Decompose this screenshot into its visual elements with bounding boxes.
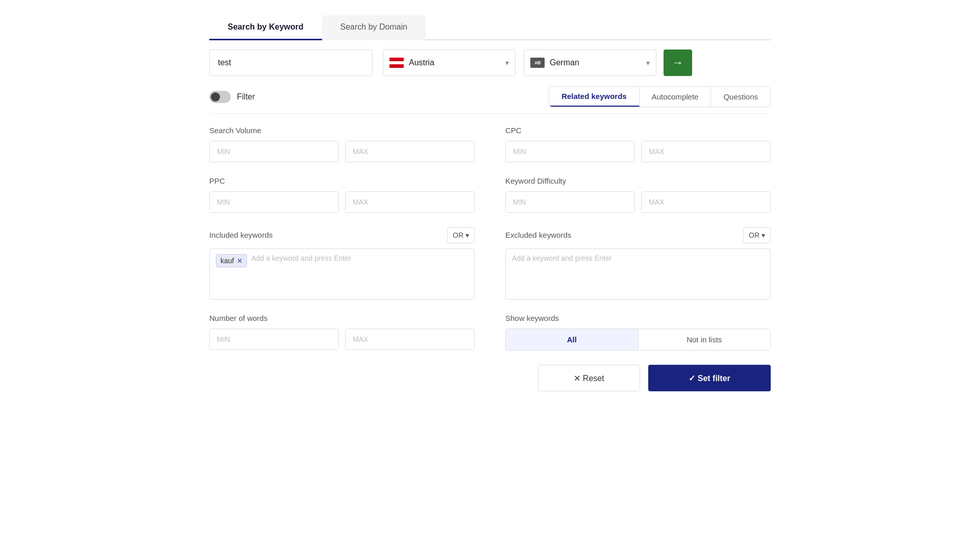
included-tag-close-icon[interactable]: ✕ xyxy=(237,257,242,265)
included-operator-arrow-icon: ▾ xyxy=(465,231,469,239)
excluded-keywords-section: Excluded keywords OR ▾ Add a keyword and… xyxy=(505,227,771,299)
excluded-keywords-operator[interactable]: OR ▾ xyxy=(743,227,771,243)
included-keyword-tag: kauf ✕ xyxy=(216,254,247,267)
language-name-label: German xyxy=(550,58,646,67)
language-dropdown-arrow-icon: ▾ xyxy=(646,59,650,67)
number-of-words-inputs xyxy=(209,329,475,350)
included-keywords-title: Included keywords xyxy=(209,231,273,239)
search-bar: Austria ▾ AB German ▾ → xyxy=(209,49,771,76)
search-volume-inputs xyxy=(209,141,475,162)
show-keywords-all-button[interactable]: All xyxy=(506,329,639,350)
keyword-difficulty-max-input[interactable] xyxy=(641,191,771,213)
included-keywords-input-area[interactable]: kauf ✕ Add a keyword and press Enter xyxy=(209,248,475,299)
country-name-label: Austria xyxy=(409,58,505,67)
filter-label: Filter xyxy=(237,92,255,102)
show-keywords-title: Show keywords xyxy=(505,314,771,322)
ppc-inputs xyxy=(209,191,475,213)
filter-row: Filter Related keywords Autocomplete Que… xyxy=(209,86,771,114)
go-button[interactable]: → xyxy=(664,49,692,76)
filter-grid: Search Volume CPC PPC Keyword Difficul xyxy=(209,126,771,350)
tab-autocomplete[interactable]: Autocomplete xyxy=(640,87,712,107)
keyword-input[interactable] xyxy=(209,49,373,76)
tab-related-keywords[interactable]: Related keywords xyxy=(549,87,640,107)
country-select[interactable]: Austria ▾ xyxy=(383,49,516,76)
keyword-difficulty-section: Keyword Difficulty xyxy=(505,177,771,213)
words-max-input[interactable] xyxy=(345,329,475,350)
filter-toggle-area: Filter xyxy=(209,91,255,103)
country-dropdown-arrow-icon: ▾ xyxy=(505,59,509,67)
keyword-difficulty-inputs xyxy=(505,191,771,213)
keyword-difficulty-title: Keyword Difficulty xyxy=(505,177,771,185)
show-keywords-section: Show keywords All Not in lists xyxy=(505,314,771,350)
cpc-max-input[interactable] xyxy=(641,141,771,162)
svg-rect-0 xyxy=(389,58,404,61)
cpc-title: CPC xyxy=(505,126,771,135)
included-keywords-header: Included keywords OR ▾ xyxy=(209,227,475,243)
tab-questions[interactable]: Questions xyxy=(711,87,770,107)
filter-toggle[interactable] xyxy=(209,91,231,103)
included-keywords-operator[interactable]: OR ▾ xyxy=(447,227,475,243)
excluded-keywords-title: Excluded keywords xyxy=(505,231,571,239)
included-tag-label: kauf xyxy=(220,257,234,265)
toggle-knob xyxy=(211,92,220,102)
included-operator-label: OR xyxy=(453,231,463,239)
search-volume-section: Search Volume xyxy=(209,126,475,162)
show-keywords-toggle: All Not in lists xyxy=(505,329,771,350)
ppc-section: PPC xyxy=(209,177,475,213)
ppc-title: PPC xyxy=(209,177,475,185)
show-keywords-not-in-lists-button[interactable]: Not in lists xyxy=(639,329,771,350)
excluded-keywords-input-area[interactable]: Add a keyword and press Enter xyxy=(505,248,771,299)
reset-button[interactable]: ✕ Reset xyxy=(538,365,640,391)
search-volume-min-input[interactable] xyxy=(209,141,339,162)
number-of-words-title: Number of words xyxy=(209,314,475,322)
excluded-operator-label: OR xyxy=(749,231,760,239)
svg-rect-2 xyxy=(389,64,404,68)
included-keywords-placeholder: Add a keyword and press Enter xyxy=(251,254,351,267)
ppc-min-input[interactable] xyxy=(209,191,339,213)
cpc-inputs xyxy=(505,141,771,162)
svg-rect-1 xyxy=(389,61,404,64)
language-icon: AB xyxy=(530,58,545,68)
cpc-section: CPC xyxy=(505,126,771,162)
keyword-type-tabs: Related keywords Autocomplete Questions xyxy=(549,86,771,107)
set-filter-button[interactable]: ✓ Set filter xyxy=(648,365,771,391)
ppc-max-input[interactable] xyxy=(345,191,475,213)
keyword-difficulty-min-input[interactable] xyxy=(505,191,635,213)
number-of-words-section: Number of words xyxy=(209,314,475,350)
action-row: ✕ Reset ✓ Set filter xyxy=(209,365,771,391)
excluded-keywords-placeholder: Add a keyword and press Enter xyxy=(512,254,611,262)
excluded-keywords-header: Excluded keywords OR ▾ xyxy=(505,227,771,243)
search-volume-max-input[interactable] xyxy=(345,141,475,162)
excluded-operator-arrow-icon: ▾ xyxy=(762,231,765,239)
included-keywords-section: Included keywords OR ▾ kauf ✕ Add a keyw… xyxy=(209,227,475,299)
cpc-min-input[interactable] xyxy=(505,141,635,162)
go-arrow-icon: → xyxy=(672,56,683,69)
main-container: Search by Keyword Search by Domain Austr… xyxy=(209,15,771,391)
tab-search-by-keyword[interactable]: Search by Keyword xyxy=(209,15,322,40)
language-select[interactable]: AB German ▾ xyxy=(524,49,656,76)
words-min-input[interactable] xyxy=(209,329,339,350)
tab-bar: Search by Keyword Search by Domain xyxy=(209,15,771,40)
austria-flag-icon xyxy=(389,58,404,68)
tab-search-by-domain[interactable]: Search by Domain xyxy=(322,15,426,40)
search-volume-title: Search Volume xyxy=(209,126,475,135)
